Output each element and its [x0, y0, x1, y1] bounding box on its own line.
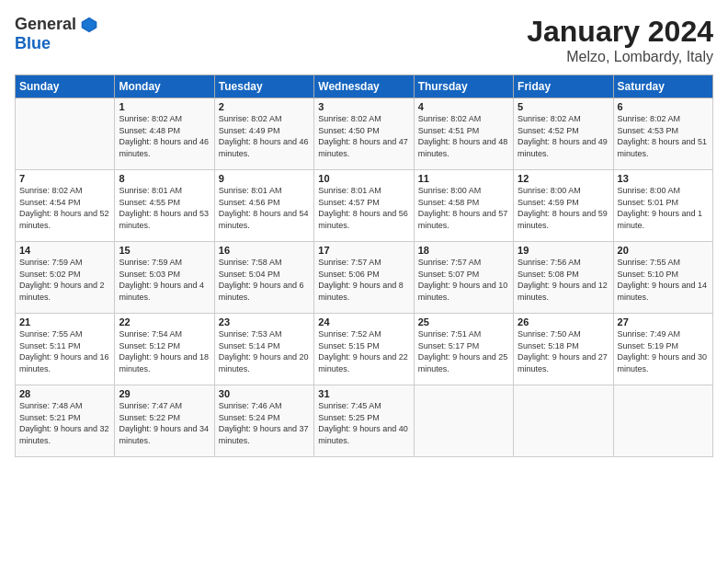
cell-4-1: 29Sunrise: 7:47 AMSunset: 5:22 PMDayligh…: [115, 385, 214, 457]
col-saturday: Saturday: [613, 75, 712, 98]
day-number: 21: [19, 316, 110, 327]
cell-3-4: 25Sunrise: 7:51 AMSunset: 5:17 PMDayligh…: [414, 314, 513, 385]
day-number: 11: [418, 173, 509, 184]
cell-info: Sunrise: 8:00 AMSunset: 5:01 PMDaylight:…: [618, 185, 709, 231]
cell-4-5: [514, 385, 613, 457]
day-number: 7: [19, 173, 110, 184]
cell-info: Sunrise: 8:01 AMSunset: 4:55 PMDaylight:…: [119, 185, 210, 231]
day-number: 1: [119, 101, 210, 112]
day-number: 20: [618, 245, 709, 256]
cell-info: Sunrise: 7:47 AMSunset: 5:22 PMDaylight:…: [119, 400, 210, 446]
main-title: January 2024: [527, 15, 713, 49]
cell-0-5: 5Sunrise: 8:02 AMSunset: 4:52 PMDaylight…: [514, 98, 613, 170]
day-number: 28: [19, 388, 110, 399]
cell-info: Sunrise: 7:59 AMSunset: 5:02 PMDaylight:…: [19, 257, 110, 303]
day-number: 8: [119, 173, 210, 184]
cell-4-6: [613, 385, 712, 457]
cell-2-4: 18Sunrise: 7:57 AMSunset: 5:07 PMDayligh…: [414, 242, 513, 314]
cell-0-1: 1Sunrise: 8:02 AMSunset: 4:48 PMDaylight…: [115, 98, 214, 170]
day-number: 15: [119, 245, 210, 256]
cell-info: Sunrise: 8:02 AMSunset: 4:52 PMDaylight:…: [518, 113, 609, 159]
cell-1-1: 8Sunrise: 8:01 AMSunset: 4:55 PMDaylight…: [115, 170, 214, 242]
cell-info: Sunrise: 8:01 AMSunset: 4:56 PMDaylight:…: [219, 185, 310, 231]
cell-info: Sunrise: 7:53 AMSunset: 5:14 PMDaylight:…: [219, 328, 310, 374]
day-number: 19: [518, 245, 609, 256]
col-wednesday: Wednesday: [314, 75, 414, 98]
week-row-0: 1Sunrise: 8:02 AMSunset: 4:48 PMDaylight…: [16, 98, 713, 170]
cell-info: Sunrise: 8:02 AMSunset: 4:49 PMDaylight:…: [219, 113, 310, 159]
cell-3-2: 23Sunrise: 7:53 AMSunset: 5:14 PMDayligh…: [214, 314, 313, 385]
day-number: 23: [219, 316, 310, 327]
cell-info: Sunrise: 7:55 AMSunset: 5:10 PMDaylight:…: [618, 257, 709, 303]
cell-3-1: 22Sunrise: 7:54 AMSunset: 5:12 PMDayligh…: [115, 314, 214, 385]
header-row: Sunday Monday Tuesday Wednesday Thursday…: [16, 75, 713, 98]
day-number: 6: [618, 101, 709, 112]
cell-2-1: 15Sunrise: 7:59 AMSunset: 5:03 PMDayligh…: [115, 242, 214, 314]
cell-info: Sunrise: 7:56 AMSunset: 5:08 PMDaylight:…: [518, 257, 609, 303]
logo: General Blue: [15, 15, 98, 53]
cell-info: Sunrise: 7:50 AMSunset: 5:18 PMDaylight:…: [518, 328, 609, 374]
cell-1-2: 9Sunrise: 8:01 AMSunset: 4:56 PMDaylight…: [214, 170, 313, 242]
cell-2-3: 17Sunrise: 7:57 AMSunset: 5:06 PMDayligh…: [314, 242, 414, 314]
cell-info: Sunrise: 7:49 AMSunset: 5:19 PMDaylight:…: [618, 328, 709, 374]
cell-info: Sunrise: 7:59 AMSunset: 5:03 PMDaylight:…: [119, 257, 210, 303]
cell-info: Sunrise: 7:46 AMSunset: 5:24 PMDaylight:…: [219, 400, 310, 446]
cell-4-4: [414, 385, 513, 457]
logo-icon: [80, 16, 98, 34]
cell-info: Sunrise: 8:02 AMSunset: 4:50 PMDaylight:…: [318, 113, 409, 159]
day-number: 5: [518, 101, 609, 112]
cell-info: Sunrise: 7:51 AMSunset: 5:17 PMDaylight:…: [418, 328, 509, 374]
cell-0-4: 4Sunrise: 8:02 AMSunset: 4:51 PMDaylight…: [414, 98, 513, 170]
cell-3-5: 26Sunrise: 7:50 AMSunset: 5:18 PMDayligh…: [514, 314, 613, 385]
cell-1-6: 13Sunrise: 8:00 AMSunset: 5:01 PMDayligh…: [613, 170, 712, 242]
cell-info: Sunrise: 8:02 AMSunset: 4:48 PMDaylight:…: [119, 113, 210, 159]
cell-0-2: 2Sunrise: 8:02 AMSunset: 4:49 PMDaylight…: [214, 98, 313, 170]
cell-info: Sunrise: 8:02 AMSunset: 4:54 PMDaylight:…: [19, 185, 110, 231]
subtitle: Melzo, Lombardy, Italy: [527, 49, 713, 65]
col-thursday: Thursday: [414, 75, 513, 98]
cell-1-0: 7Sunrise: 8:02 AMSunset: 4:54 PMDaylight…: [16, 170, 115, 242]
week-row-2: 14Sunrise: 7:59 AMSunset: 5:02 PMDayligh…: [16, 242, 713, 314]
calendar-table: Sunday Monday Tuesday Wednesday Thursday…: [15, 75, 713, 457]
cell-3-3: 24Sunrise: 7:52 AMSunset: 5:15 PMDayligh…: [314, 314, 414, 385]
cell-3-0: 21Sunrise: 7:55 AMSunset: 5:11 PMDayligh…: [16, 314, 115, 385]
col-tuesday: Tuesday: [214, 75, 313, 98]
day-number: 27: [618, 316, 709, 327]
cell-info: Sunrise: 8:00 AMSunset: 4:59 PMDaylight:…: [518, 185, 609, 231]
cell-2-0: 14Sunrise: 7:59 AMSunset: 5:02 PMDayligh…: [16, 242, 115, 314]
day-number: 14: [19, 245, 110, 256]
day-number: 9: [219, 173, 310, 184]
cell-info: Sunrise: 7:57 AMSunset: 5:06 PMDaylight:…: [318, 257, 409, 303]
day-number: 4: [418, 101, 509, 112]
calendar-container: General Blue January 2024 Melzo, Lombard…: [0, 0, 728, 563]
logo-general-text: General: [15, 15, 76, 34]
week-row-3: 21Sunrise: 7:55 AMSunset: 5:11 PMDayligh…: [16, 314, 713, 385]
logo-blue-text: Blue: [15, 34, 51, 53]
cell-info: Sunrise: 7:57 AMSunset: 5:07 PMDaylight:…: [418, 257, 509, 303]
day-number: 31: [318, 388, 409, 399]
day-number: 16: [219, 245, 310, 256]
day-number: 24: [318, 316, 409, 327]
cell-4-3: 31Sunrise: 7:45 AMSunset: 5:25 PMDayligh…: [314, 385, 414, 457]
cell-info: Sunrise: 8:02 AMSunset: 4:51 PMDaylight:…: [418, 113, 509, 159]
cell-info: Sunrise: 7:55 AMSunset: 5:11 PMDaylight:…: [19, 328, 110, 374]
col-friday: Friday: [514, 75, 613, 98]
cell-2-2: 16Sunrise: 7:58 AMSunset: 5:04 PMDayligh…: [214, 242, 313, 314]
cell-2-5: 19Sunrise: 7:56 AMSunset: 5:08 PMDayligh…: [514, 242, 613, 314]
table-header: Sunday Monday Tuesday Wednesday Thursday…: [16, 75, 713, 98]
day-number: 3: [318, 101, 409, 112]
day-number: 10: [318, 173, 409, 184]
cell-0-3: 3Sunrise: 8:02 AMSunset: 4:50 PMDaylight…: [314, 98, 414, 170]
cell-0-0: [16, 98, 115, 170]
day-number: 30: [219, 388, 310, 399]
cell-1-5: 12Sunrise: 8:00 AMSunset: 4:59 PMDayligh…: [514, 170, 613, 242]
cell-info: Sunrise: 8:01 AMSunset: 4:57 PMDaylight:…: [318, 185, 409, 231]
cell-info: Sunrise: 8:00 AMSunset: 4:58 PMDaylight:…: [418, 185, 509, 231]
header: General Blue January 2024 Melzo, Lombard…: [15, 15, 713, 65]
calendar-body: 1Sunrise: 8:02 AMSunset: 4:48 PMDaylight…: [16, 98, 713, 457]
day-number: 17: [318, 245, 409, 256]
cell-info: Sunrise: 7:48 AMSunset: 5:21 PMDaylight:…: [19, 400, 110, 446]
cell-info: Sunrise: 7:58 AMSunset: 5:04 PMDaylight:…: [219, 257, 310, 303]
day-number: 13: [618, 173, 709, 184]
cell-0-6: 6Sunrise: 8:02 AMSunset: 4:53 PMDaylight…: [613, 98, 712, 170]
